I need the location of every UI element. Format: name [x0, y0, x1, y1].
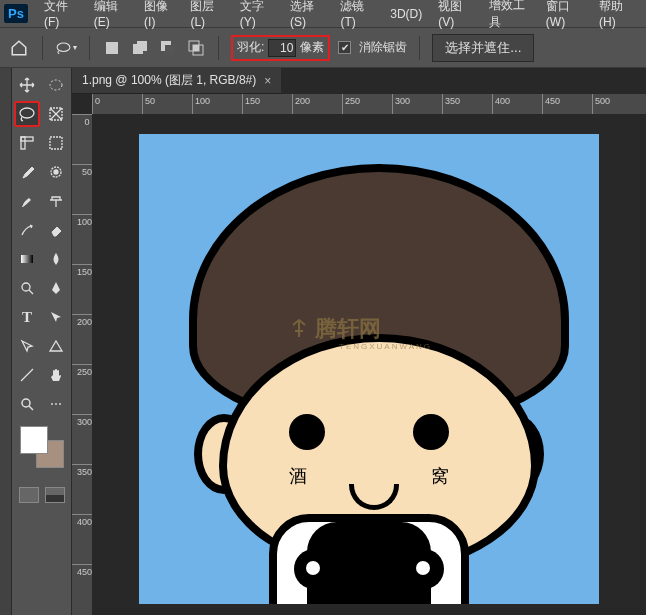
gradient-tool-icon[interactable] [14, 246, 40, 272]
antialias-label: 消除锯齿 [359, 39, 407, 56]
menu-layer[interactable]: 图层(L) [182, 0, 231, 31]
svg-rect-13 [21, 137, 33, 141]
svg-point-9 [50, 80, 62, 90]
watermark-subtext: TENGXUANWANG [339, 342, 432, 351]
ruler-tick: 350 [442, 94, 492, 114]
menu-type[interactable]: 文字(Y) [232, 0, 282, 31]
home-icon[interactable] [8, 37, 30, 59]
ruler-tick: 100 [192, 94, 242, 114]
shape-tool-icon[interactable] [43, 333, 69, 359]
ruler-tick: 50 [72, 164, 92, 214]
frame-tool-icon[interactable] [43, 130, 69, 156]
pen-tool-icon[interactable] [43, 275, 69, 301]
move-tool-icon[interactable] [14, 72, 40, 98]
options-bar: ▾ 羽化: 像素 ✔ 消除锯齿 选择并遮住... [0, 28, 646, 68]
foreground-swatch[interactable] [20, 426, 48, 454]
separator [89, 36, 90, 60]
svg-rect-5 [165, 45, 175, 55]
spot-heal-tool-icon[interactable] [43, 159, 69, 185]
selection-intersect-icon[interactable] [187, 39, 205, 57]
menu-select[interactable]: 选择(S) [282, 0, 332, 31]
dodge-tool-icon[interactable] [14, 275, 40, 301]
chevron-down-icon: ▾ [73, 43, 77, 52]
feather-control-highlighted: 羽化: 像素 [231, 35, 330, 61]
cheek-text-left: 酒 [289, 464, 307, 488]
ruler-tick: 0 [92, 94, 142, 114]
ruler-tick: 400 [492, 94, 542, 114]
brush-tool-icon[interactable] [14, 188, 40, 214]
type-tool-icon[interactable]: T [14, 304, 40, 330]
object-select-tool-icon[interactable] [43, 101, 69, 127]
screen-mode-icon[interactable] [19, 487, 39, 503]
selection-subtract-icon[interactable] [159, 39, 177, 57]
vertical-ruler[interactable]: 0 50 100 150 200 250 300 350 400 450 [72, 114, 92, 615]
panel-collapse-gutter[interactable] [0, 68, 12, 615]
separator [42, 36, 43, 60]
marquee-ellipse-tool-icon[interactable] [43, 72, 69, 98]
eraser-tool-icon[interactable] [43, 217, 69, 243]
canvas[interactable]: 酒 窝 腾轩网 TENGXUANWANG [92, 114, 646, 615]
menu-plugins[interactable]: 增效工具 [481, 0, 538, 33]
shirt-panda-eye [294, 549, 334, 589]
menu-3d[interactable]: 3D(D) [382, 5, 430, 23]
ruler-tick: 250 [72, 364, 92, 414]
ruler-area: 0 50 100 150 200 250 300 350 400 450 500… [72, 94, 646, 615]
svg-point-19 [22, 399, 30, 407]
blur-tool-icon[interactable] [43, 246, 69, 272]
app-logo: Ps [4, 4, 28, 23]
document-image: 酒 窝 腾轩网 TENGXUANWANG [139, 134, 599, 604]
current-tool-lasso-icon[interactable]: ▾ [55, 37, 77, 59]
selection-add-icon[interactable] [131, 39, 149, 57]
svg-point-10 [20, 108, 34, 118]
ruler-tick: 50 [142, 94, 192, 114]
ruler-tick: 300 [72, 414, 92, 464]
feather-label: 羽化: [237, 39, 264, 56]
ruler-tick: 500 [592, 94, 642, 114]
history-brush-tool-icon[interactable] [14, 217, 40, 243]
menu-bar: Ps 文件(F) 编辑(E) 图像(I) 图层(L) 文字(Y) 选择(S) 滤… [0, 0, 646, 28]
document-area: 1.png @ 100% (图层 1, RGB/8#) × 0 50 100 1… [72, 68, 646, 615]
ruler-tick: 300 [392, 94, 442, 114]
lasso-tool-icon[interactable] [14, 101, 40, 127]
tab-title: 1.png @ 100% (图层 1, RGB/8#) [82, 72, 256, 89]
line-tool-icon[interactable] [14, 362, 40, 388]
toolbox: T ⋯ [12, 68, 72, 615]
color-swatches[interactable] [16, 426, 68, 478]
select-and-mask-button[interactable]: 选择并遮住... [432, 34, 534, 62]
close-tab-icon[interactable]: × [264, 74, 271, 88]
menu-window[interactable]: 窗口(W) [538, 0, 591, 31]
quick-mask-icon[interactable] [45, 487, 65, 503]
menu-help[interactable]: 帮助(H) [591, 0, 642, 31]
edit-toolbar-icon[interactable]: ⋯ [43, 391, 69, 417]
menu-file[interactable]: 文件(F) [36, 0, 86, 31]
clone-stamp-tool-icon[interactable] [43, 188, 69, 214]
direct-select-tool-icon[interactable] [14, 333, 40, 359]
separator [218, 36, 219, 60]
document-tab[interactable]: 1.png @ 100% (图层 1, RGB/8#) × [72, 68, 281, 94]
ruler-tick: 350 [72, 464, 92, 514]
horizontal-ruler[interactable]: 0 50 100 150 200 250 300 350 400 450 500 [92, 94, 646, 114]
zoom-tool-icon[interactable] [14, 391, 40, 417]
hand-tool-icon[interactable] [43, 362, 69, 388]
selection-new-icon[interactable] [103, 39, 121, 57]
path-select-tool-icon[interactable] [43, 304, 69, 330]
ruler-tick: 100 [72, 214, 92, 264]
svg-point-16 [54, 170, 58, 174]
menu-edit[interactable]: 编辑(E) [86, 0, 136, 31]
crop-tool-icon[interactable] [14, 130, 40, 156]
svg-rect-17 [21, 255, 33, 263]
menu-view[interactable]: 视图(V) [430, 0, 480, 31]
feather-input[interactable] [268, 39, 296, 57]
ruler-tick: 200 [292, 94, 342, 114]
watermark-text: 腾轩网 [315, 314, 381, 344]
menu-filter[interactable]: 滤镜(T) [332, 0, 382, 31]
eyedropper-tool-icon[interactable] [14, 159, 40, 185]
shirt-panda-eye [404, 549, 444, 589]
menu-image[interactable]: 图像(I) [136, 0, 182, 31]
ruler-tick: 200 [72, 314, 92, 364]
ruler-tick: 0 [72, 114, 92, 164]
workspace: T ⋯ 1.png @ 100% (图层 1, RGB/8#) × [0, 68, 646, 615]
antialias-checkbox[interactable]: ✔ [338, 41, 351, 54]
cartoon-eye [413, 414, 449, 450]
ruler-tick: 450 [72, 564, 92, 614]
